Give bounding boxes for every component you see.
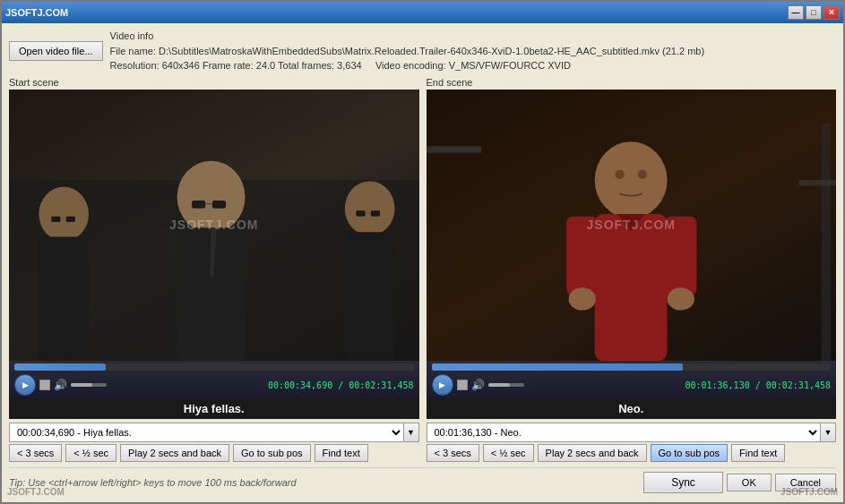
svg-point-13 bbox=[345, 181, 395, 235]
start-dropdown-arrow[interactable]: ▼ bbox=[403, 423, 419, 442]
svg-point-25 bbox=[594, 141, 667, 218]
maximize-button[interactable]: □ bbox=[806, 5, 822, 20]
end-scene-bg bbox=[427, 90, 837, 362]
end-video-bg: JSOFTJ.COM bbox=[427, 90, 837, 362]
end-subtitle-bar: Neo. bbox=[427, 398, 837, 419]
svg-point-31 bbox=[568, 287, 595, 310]
start-action-buttons: < 3 secs < ½ sec Play 2 secs and back Go… bbox=[9, 444, 419, 462]
svg-rect-30 bbox=[665, 216, 696, 295]
title-bar-controls: — □ ✕ bbox=[788, 5, 840, 20]
start-scene-bg bbox=[9, 90, 419, 362]
svg-rect-4 bbox=[51, 216, 60, 221]
end-progress-fill bbox=[432, 363, 684, 371]
app-title: JSOFTJ.COM bbox=[5, 7, 68, 18]
end-volume-fill bbox=[488, 383, 510, 387]
start-play2-button[interactable]: Play 2 secs and back bbox=[120, 444, 229, 462]
start-progress-fill bbox=[14, 363, 106, 371]
svg-point-27 bbox=[637, 169, 646, 178]
start-volume-slider[interactable] bbox=[71, 383, 107, 387]
svg-rect-29 bbox=[566, 216, 598, 295]
start-find-button[interactable]: Find text bbox=[315, 444, 368, 462]
svg-rect-15 bbox=[356, 210, 365, 216]
main-content: Open video file... Video info File name:… bbox=[2, 23, 843, 502]
start-controls-row: ▶ 🔊 00:00:34,690 / 00:02:31,458 bbox=[14, 374, 414, 396]
end-play-button[interactable]: ▶ bbox=[432, 374, 453, 396]
end-video-container: JSOFTJ.COM bbox=[427, 90, 837, 362]
resolution-encoding: Resolution: 640x346 Frame rate: 24.0 Tot… bbox=[110, 58, 705, 73]
start-scene-svg bbox=[9, 90, 419, 362]
open-video-button[interactable]: Open video file... bbox=[9, 41, 103, 61]
end-subtitle-text: Neo. bbox=[618, 402, 643, 415]
svg-rect-21 bbox=[821, 123, 830, 361]
end-goto-button[interactable]: Go to sub pos bbox=[651, 444, 729, 462]
bottom-row: Tip: Use <ctrl+arrow left/right> keys to… bbox=[9, 467, 836, 497]
main-window: JSOFTJ.COM — □ ✕ Open video file... Vide… bbox=[0, 0, 845, 504]
start-video-bg: JSOFTJ.COM bbox=[9, 90, 419, 362]
end-progress-bar[interactable] bbox=[432, 363, 832, 371]
svg-rect-5 bbox=[66, 216, 75, 221]
close-button[interactable]: ✕ bbox=[823, 5, 840, 20]
title-bar: JSOFTJ.COM — □ ✕ bbox=[2, 2, 843, 23]
tip-text: Tip: Use <ctrl+arrow left/right> keys to… bbox=[9, 477, 297, 488]
bottom-buttons: Sync OK Cancel bbox=[643, 472, 836, 493]
end-player-controls: ▶ 🔊 00:01:36,130 / 00:02:31,458 bbox=[427, 361, 837, 398]
start-play-button[interactable]: ▶ bbox=[14, 374, 36, 396]
start-half-button[interactable]: < ½ sec bbox=[65, 444, 116, 462]
svg-rect-23 bbox=[427, 146, 481, 153]
start-video-container: JSOFTJ.COM bbox=[9, 90, 419, 362]
end-volume-slider[interactable] bbox=[488, 383, 524, 387]
start-subtitle-bar: Hiya fellas. bbox=[9, 398, 419, 419]
end-panel: End scene bbox=[427, 77, 837, 463]
end-action-buttons: < 3 secs < ½ sec Play 2 secs and back Go… bbox=[427, 444, 837, 462]
svg-rect-9 bbox=[192, 200, 205, 208]
svg-rect-10 bbox=[212, 200, 226, 208]
svg-rect-14 bbox=[345, 232, 395, 361]
start-player-controls: ▶ 🔊 00:00:34,690 / 00:02:31,458 bbox=[9, 361, 419, 398]
end-subtitle-dropdown[interactable]: 00:01:36,130 - Neo. bbox=[427, 423, 821, 442]
start-less3-button[interactable]: < 3 secs bbox=[9, 444, 62, 462]
video-encoding: Video encoding: V_MS/VFW/FOURCC XVID bbox=[375, 60, 571, 71]
svg-rect-16 bbox=[371, 210, 380, 216]
title-bar-left: JSOFTJ.COM bbox=[5, 7, 68, 18]
sync-button[interactable]: Sync bbox=[643, 472, 723, 493]
end-stop-button[interactable] bbox=[457, 380, 468, 390]
end-volume-icon: 🔊 bbox=[471, 379, 485, 391]
start-panel: Start scene bbox=[9, 77, 419, 463]
end-controls-row: ▶ 🔊 00:01:36,130 / 00:02:31,458 bbox=[432, 374, 832, 396]
start-subtitle-dropdown[interactable]: 00:00:34,690 - Hiya fellas. bbox=[9, 423, 403, 442]
end-find-button[interactable]: Find text bbox=[731, 444, 785, 462]
end-scene-svg bbox=[427, 90, 837, 362]
svg-point-7 bbox=[177, 160, 246, 233]
top-row: Open video file... Video info File name:… bbox=[9, 29, 836, 73]
end-panel-label: End scene bbox=[427, 77, 837, 88]
svg-rect-28 bbox=[594, 214, 667, 361]
end-time-display: 00:01:36,130 / 00:02:31,458 bbox=[685, 380, 831, 390]
end-dropdown-row: 00:01:36,130 - Neo. ▼ bbox=[427, 423, 837, 442]
start-time-display: 00:00:34,690 / 00:02:31,458 bbox=[268, 380, 414, 390]
end-dropdown-arrow[interactable]: ▼ bbox=[820, 423, 836, 442]
end-less3-button[interactable]: < 3 secs bbox=[427, 444, 479, 462]
start-dropdown-row: 00:00:34,690 - Hiya fellas. ▼ bbox=[9, 423, 419, 442]
minimize-button[interactable]: — bbox=[788, 5, 804, 20]
video-info-label: Video info bbox=[110, 29, 705, 44]
svg-point-2 bbox=[39, 186, 89, 241]
start-goto-button[interactable]: Go to sub pos bbox=[233, 444, 311, 462]
resolution: Resolution: 640x346 Frame rate: 24.0 Tot… bbox=[110, 60, 362, 71]
ok-button[interactable]: OK bbox=[727, 474, 772, 491]
svg-point-26 bbox=[615, 169, 624, 178]
start-volume-fill bbox=[71, 383, 92, 387]
svg-point-32 bbox=[667, 287, 694, 310]
cancel-button[interactable]: Cancel bbox=[775, 474, 836, 491]
end-play2-button[interactable]: Play 2 secs and back bbox=[538, 444, 647, 462]
start-stop-button[interactable] bbox=[39, 380, 50, 390]
video-info: Video info File name: D:\Subtitles\Matro… bbox=[110, 29, 705, 73]
end-half-button[interactable]: < ½ sec bbox=[483, 444, 534, 462]
start-volume-icon: 🔊 bbox=[54, 379, 67, 391]
panels-row: Start scene bbox=[9, 77, 836, 463]
file-name: File name: D:\Subtitles\MatroskaWithEmbe… bbox=[110, 44, 705, 59]
svg-rect-3 bbox=[39, 236, 89, 361]
svg-rect-24 bbox=[798, 180, 836, 185]
start-subtitle-text: Hiya fellas. bbox=[184, 402, 245, 415]
start-panel-label: Start scene bbox=[9, 77, 419, 88]
start-progress-bar[interactable] bbox=[14, 363, 414, 371]
